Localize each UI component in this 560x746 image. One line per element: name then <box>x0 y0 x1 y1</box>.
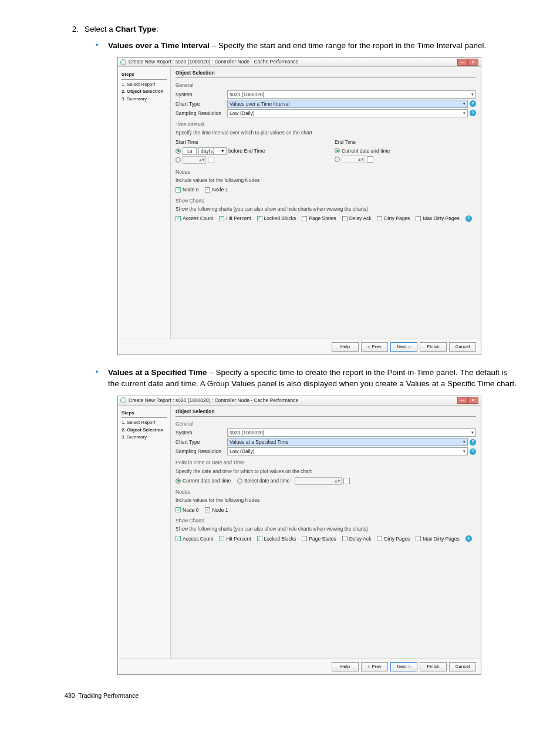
bullet-dot: • <box>90 40 108 52</box>
label-hit-percent: Hit Percent <box>226 535 251 542</box>
system-combo[interactable]: s020 (1000020)▾ <box>227 90 476 99</box>
cancel-button[interactable]: Cancel <box>449 342 476 352</box>
checkbox-node0[interactable] <box>176 507 181 512</box>
help-icon[interactable]: ? <box>470 110 476 116</box>
calendar-icon[interactable] <box>208 157 214 163</box>
checkbox-node1[interactable] <box>205 187 210 193</box>
label-sampling: Sampling Resolution <box>176 110 227 117</box>
prev-button[interactable]: < Prev <box>361 342 388 352</box>
relative-unit-combo[interactable]: day(s)▾ <box>198 147 227 155</box>
chart-type-combo[interactable]: Values at a Specified Time▾ <box>227 438 468 446</box>
checkbox-locked-blocks[interactable] <box>257 216 262 221</box>
app-icon <box>120 59 126 65</box>
wizard-step-3[interactable]: 3. Summary <box>122 434 167 441</box>
dialog-time-interval: Create New Report : s020 (1000020) : Con… <box>117 57 481 355</box>
pit-desc: Specify the date and time for which to p… <box>176 468 476 475</box>
help-icon[interactable]: ? <box>465 215 472 222</box>
bullet-rest: – Specify the start and end time range f… <box>210 41 486 50</box>
help-icon[interactable]: ? <box>465 535 472 542</box>
date-spinner[interactable]: ▴▾ <box>342 156 365 163</box>
checkbox-access-count[interactable] <box>176 536 181 541</box>
label-before-end: before End Time <box>228 147 265 154</box>
help-icon[interactable]: ? <box>470 448 476 455</box>
checkbox-locked-blocks[interactable] <box>257 536 262 541</box>
label-end-time: End Time <box>335 139 476 146</box>
calendar-icon[interactable] <box>367 156 373 163</box>
section-point-in-time: Point in Time or Date and Time <box>176 459 476 466</box>
label-current-dt: Current date and time <box>342 147 390 154</box>
radio-pit-current[interactable] <box>176 478 181 484</box>
time-interval-desc: Specify the time interval over which to … <box>176 129 476 136</box>
section-show-charts: Show Charts <box>176 517 476 524</box>
system-combo[interactable]: s020 (1000020)▾ <box>227 428 476 437</box>
app-icon <box>120 397 126 403</box>
label-access-count: Access Count <box>183 215 213 222</box>
next-button[interactable]: Next > <box>390 662 417 671</box>
step-text-c: : <box>156 25 158 33</box>
help-button[interactable]: Help <box>332 342 359 352</box>
sampling-value: Low (Daily) <box>230 110 255 117</box>
label-delay-ack: Delay Ack <box>349 535 372 542</box>
label-max-dirty-pages: Max Dirty Pages <box>423 215 459 222</box>
checkbox-hit-percent[interactable] <box>219 216 224 221</box>
wizard-step-2[interactable]: 2. Object Selection <box>122 427 167 434</box>
checkbox-node1[interactable] <box>205 507 210 512</box>
sampling-combo[interactable]: Low (Daily)▾ <box>227 109 468 117</box>
finish-button[interactable]: Finish <box>420 662 447 671</box>
checkbox-page-states[interactable] <box>302 536 307 541</box>
prev-button[interactable]: < Prev <box>361 662 388 671</box>
radio-absolute-end[interactable] <box>335 157 340 162</box>
show-charts-desc: Show the following charts (you can also … <box>176 205 476 212</box>
sampling-combo[interactable]: Low (Daily)▾ <box>227 447 468 455</box>
finish-button[interactable]: Finish <box>420 342 447 352</box>
chevron-down-icon: ▾ <box>471 430 474 436</box>
date-spinner[interactable]: ▴▾ <box>295 477 342 485</box>
checkbox-max-dirty-pages[interactable] <box>416 536 421 541</box>
checkbox-access-count[interactable] <box>176 216 181 221</box>
page-number: 430 <box>65 692 75 699</box>
close-button[interactable]: ✕ <box>468 397 478 404</box>
relative-unit-value: day(s) <box>201 147 215 154</box>
step-list-item: 2. Select a Chart Type: <box>65 23 519 35</box>
chart-type-combo[interactable]: Values over a Time Interval▾ <box>227 100 468 108</box>
bullet-title: Values at a Specified Time <box>108 368 207 377</box>
bullet-text: Values over a Time Interval – Specify th… <box>108 40 519 52</box>
radio-absolute-start[interactable] <box>176 157 181 163</box>
close-button[interactable]: ✕ <box>468 59 478 66</box>
minimize-button[interactable]: — <box>457 59 468 66</box>
wizard-step-1[interactable]: 1. Select Report <box>122 419 167 426</box>
checkbox-hit-percent[interactable] <box>219 536 224 541</box>
radio-pit-select[interactable] <box>237 478 242 484</box>
date-spinner[interactable]: ▴▾ <box>183 156 206 164</box>
label-delay-ack: Delay Ack <box>349 215 372 222</box>
checkbox-node0[interactable] <box>176 187 181 193</box>
radio-current-end[interactable] <box>335 148 340 153</box>
chevron-down-icon: ▾ <box>463 110 465 116</box>
help-button[interactable]: Help <box>332 662 359 671</box>
next-button[interactable]: Next > <box>390 342 417 352</box>
window-buttons: — ✕ <box>457 397 478 404</box>
radio-relative-start[interactable] <box>176 148 181 154</box>
dialog-title: Create New Report : s020 (1000020) : Con… <box>129 397 457 404</box>
wizard-step-2[interactable]: 2. Object Selection <box>122 88 167 95</box>
checkbox-delay-ack[interactable] <box>342 216 348 221</box>
help-icon[interactable]: ? <box>470 100 476 107</box>
checkbox-dirty-pages[interactable] <box>377 216 382 221</box>
calendar-icon[interactable] <box>343 478 350 484</box>
relative-amount-input[interactable]: 14 <box>183 147 197 155</box>
section-show-charts: Show Charts <box>176 197 476 204</box>
dialog-main: Object Selection General System s020 (10… <box>171 67 481 338</box>
minimize-button[interactable]: — <box>457 397 468 404</box>
checkbox-dirty-pages[interactable] <box>377 536 382 541</box>
wizard-step-3[interactable]: 3. Summary <box>122 96 167 103</box>
checkbox-page-states[interactable] <box>302 216 307 221</box>
cancel-button[interactable]: Cancel <box>449 662 476 671</box>
label-page-states: Page States <box>309 535 336 542</box>
system-value: s020 (1000020) <box>230 91 265 98</box>
help-icon[interactable]: ? <box>470 439 476 445</box>
checkbox-delay-ack[interactable] <box>342 536 348 541</box>
wizard-step-1[interactable]: 1. Select Report <box>122 81 167 88</box>
checkbox-max-dirty-pages[interactable] <box>416 216 421 221</box>
label-system: System <box>176 429 227 436</box>
label-hit-percent: Hit Percent <box>226 215 251 222</box>
